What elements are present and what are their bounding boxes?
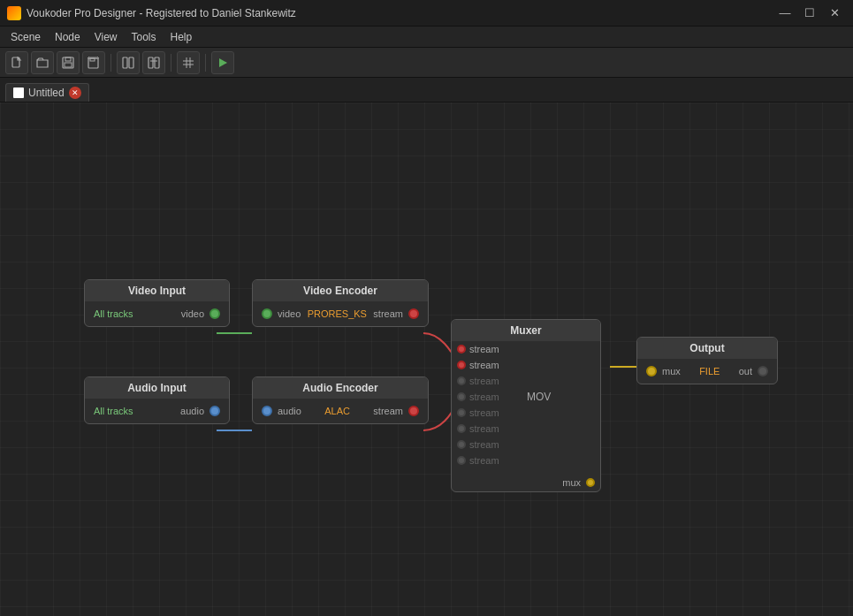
import-button[interactable] <box>117 51 140 74</box>
menu-help[interactable]: Help <box>164 29 200 45</box>
muxer-out-row: mux <box>452 474 600 491</box>
audio-encoder-body: audio ALAC stream <box>253 399 428 423</box>
audio-encoder-out-label: stream <box>373 406 403 416</box>
svg-rect-7 <box>129 57 133 68</box>
titlebar-title: Voukoder Pro Designer - Registered to Da… <box>27 7 296 19</box>
video-encoder-header: Video Encoder <box>253 280 428 301</box>
tab-label: Untitled <box>28 87 65 99</box>
muxer-stream-3: stream <box>452 373 600 389</box>
muxer-in-port-4[interactable] <box>457 392 466 401</box>
svg-rect-5 <box>90 58 95 61</box>
audio-input-header: Audio Input <box>85 377 229 399</box>
save-button[interactable] <box>57 51 80 74</box>
muxer-stream-1: stream <box>452 341 600 357</box>
toolbar-separator-1 <box>110 54 111 72</box>
video-encoder-in-label: video <box>278 308 301 319</box>
app-icon <box>7 6 21 20</box>
muxer-out-port[interactable] <box>586 478 595 487</box>
toolbar-separator-2 <box>171 54 171 72</box>
muxer-in-port-8[interactable] <box>457 456 466 465</box>
audio-input-port-label: audio <box>180 406 204 416</box>
muxer-stream-6: stream <box>452 421 600 437</box>
audio-encoder-out-port[interactable] <box>408 406 419 416</box>
muxer-stream-8: stream <box>452 452 600 468</box>
titlebar: Voukoder Pro Designer - Registered to Da… <box>0 0 853 27</box>
audio-input-body: All tracks audio <box>85 399 229 423</box>
menu-view[interactable]: View <box>88 29 125 45</box>
audio-encoder-node[interactable]: Audio Encoder audio ALAC stream <box>252 376 429 424</box>
toolbar <box>0 48 853 78</box>
muxer-stream-4: stream MOV <box>452 389 600 405</box>
minimize-button[interactable]: — <box>773 4 796 23</box>
video-encoder-body: video PRORES_KS stream <box>253 301 428 326</box>
muxer-format-label: MOV <box>527 391 551 403</box>
audio-encoder-value: ALAC <box>324 406 350 416</box>
muxer-stream-5: stream <box>452 405 600 421</box>
output-in-port[interactable] <box>646 366 657 376</box>
new-file-button[interactable] <box>5 51 28 74</box>
video-encoder-out-port[interactable] <box>408 308 419 319</box>
audio-input-label: All tracks <box>94 406 133 416</box>
svg-marker-15 <box>219 58 227 67</box>
video-encoder-value: PRORES_KS <box>308 308 367 319</box>
video-input-body: All tracks video <box>85 301 229 326</box>
toolbar-separator-3 <box>205 54 206 72</box>
muxer-in-port-3[interactable] <box>457 376 466 385</box>
video-input-label: All tracks <box>94 308 133 319</box>
video-encoder-node[interactable]: Video Encoder video PRORES_KS stream <box>252 279 429 327</box>
maximize-button[interactable]: ☐ <box>798 4 821 23</box>
muxer-in-port-1[interactable] <box>457 345 466 354</box>
tabbar: Untitled ✕ <box>0 78 853 103</box>
open-folder-button[interactable] <box>31 51 54 74</box>
output-body: mux FILE out <box>637 359 777 384</box>
audio-encoder-in-port[interactable] <box>262 406 272 416</box>
audio-encoder-in-label: audio <box>278 406 301 416</box>
svg-rect-6 <box>123 57 127 68</box>
muxer-stream-2: stream <box>452 357 600 373</box>
muxer-in-port-7[interactable] <box>457 440 466 449</box>
video-input-header: Video Input <box>85 280 229 301</box>
menu-tools[interactable]: Tools <box>125 29 164 45</box>
audio-input-out-port[interactable] <box>209 406 220 416</box>
muxer-header: Muxer <box>452 320 600 341</box>
menubar: Scene Node View Tools Help <box>0 27 853 48</box>
titlebar-controls: — ☐ ✕ <box>773 4 846 23</box>
canvas[interactable]: Video Input All tracks video Video Encod… <box>0 103 853 616</box>
menu-node[interactable]: Node <box>48 29 88 45</box>
muxer-node[interactable]: Muxer stream stream stream stream MOV st… <box>451 319 601 492</box>
output-node[interactable]: Output mux FILE out <box>636 337 778 384</box>
video-input-out-port[interactable] <box>209 308 220 319</box>
muxer-in-port-6[interactable] <box>457 424 466 433</box>
output-out-port[interactable] <box>758 366 768 376</box>
play-button[interactable] <box>211 51 234 74</box>
menu-scene[interactable]: Scene <box>4 29 48 45</box>
muxer-in-port-5[interactable] <box>457 408 466 417</box>
video-encoder-out-label: stream <box>373 308 403 319</box>
muxer-stream-7: stream <box>452 437 600 452</box>
output-header: Output <box>637 338 777 359</box>
close-button[interactable]: ✕ <box>823 4 846 23</box>
muxer-out-label: mux <box>562 477 581 488</box>
svg-rect-8 <box>149 57 153 68</box>
grid-button[interactable] <box>177 51 200 74</box>
export-button[interactable] <box>142 51 165 74</box>
video-input-port-label: video <box>181 308 204 319</box>
output-value: FILE <box>699 366 720 376</box>
svg-rect-3 <box>65 63 72 67</box>
video-input-node[interactable]: Video Input All tracks video <box>84 279 230 327</box>
save-all-button[interactable] <box>82 51 105 74</box>
video-encoder-in-port[interactable] <box>262 308 272 319</box>
tab-file-icon <box>13 87 24 98</box>
titlebar-left: Voukoder Pro Designer - Registered to Da… <box>7 6 296 20</box>
audio-encoder-header: Audio Encoder <box>253 377 428 399</box>
tab-close-button[interactable]: ✕ <box>69 87 81 99</box>
output-in-label: mux <box>662 366 681 376</box>
tab-untitled[interactable]: Untitled ✕ <box>5 83 89 102</box>
audio-input-node[interactable]: Audio Input All tracks audio <box>84 376 230 424</box>
svg-rect-9 <box>155 57 159 68</box>
output-out-label: out <box>739 366 752 376</box>
muxer-in-port-2[interactable] <box>457 361 466 369</box>
